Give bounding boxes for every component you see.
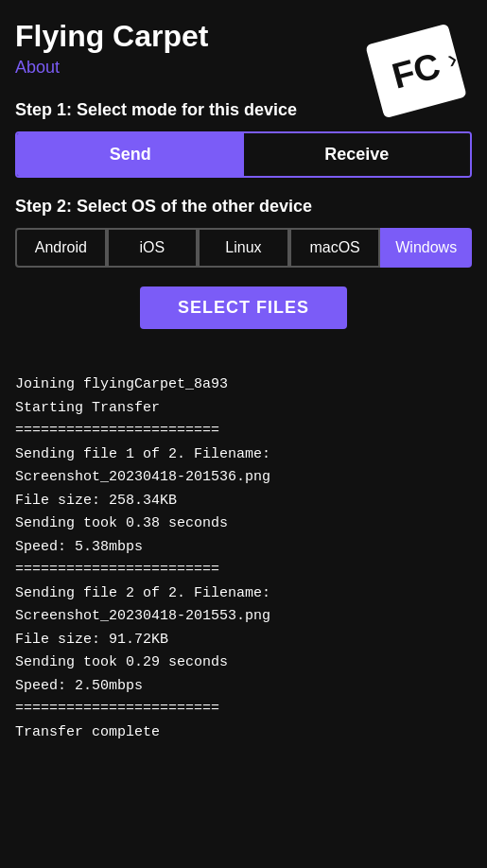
log-line: Sending file 1 of 2. Filename:	[15, 444, 472, 466]
os-ios-button[interactable]: iOS	[107, 228, 199, 268]
about-link[interactable]: About	[15, 58, 60, 78]
log-line: File size: 91.72KB	[15, 630, 472, 651]
os-macos-button[interactable]: macOS	[289, 228, 381, 268]
log-line: Speed: 5.38mbps	[15, 537, 472, 559]
log-line: Transfer complete	[15, 722, 472, 744]
log-line: Sending took 0.38 seconds	[15, 513, 472, 535]
app-header: Flying Carpet About FC ›	[0, 0, 487, 85]
step2-label: Step 2: Select OS of the other device	[15, 197, 472, 217]
receive-button[interactable]: Receive	[244, 133, 471, 176]
log-area: Joining flyingCarpet_8a93Starting Transf…	[0, 357, 487, 760]
log-line: Speed: 2.50mbps	[15, 676, 472, 698]
log-line: File size: 258.34KB	[15, 491, 472, 512]
send-button[interactable]: Send	[17, 133, 244, 176]
log-line: Joining flyingCarpet_8a93	[15, 374, 472, 396]
os-selector: Android iOS Linux macOS Windows	[15, 228, 472, 268]
mode-toggle: Send Receive	[15, 131, 472, 178]
select-files-button[interactable]: SELECT FILES	[140, 286, 347, 329]
log-line: Screenshot_20230418-201553.png	[15, 606, 472, 628]
fc-logo-icon: FC ›	[355, 9, 478, 132]
log-line: ========================	[15, 560, 472, 582]
os-android-button[interactable]: Android	[15, 228, 107, 268]
log-line: Sending took 0.29 seconds	[15, 652, 472, 674]
os-linux-button[interactable]: Linux	[198, 228, 289, 268]
os-windows-button[interactable]: Windows	[380, 228, 472, 268]
log-line: Screenshot_20230418-201536.png	[15, 467, 472, 489]
log-line: Starting Transfer	[15, 398, 472, 420]
log-line: ========================	[15, 699, 472, 720]
log-line: Sending file 2 of 2. Filename:	[15, 583, 472, 605]
logo-container: FC ›	[355, 9, 478, 132]
log-line: ========================	[15, 421, 472, 443]
